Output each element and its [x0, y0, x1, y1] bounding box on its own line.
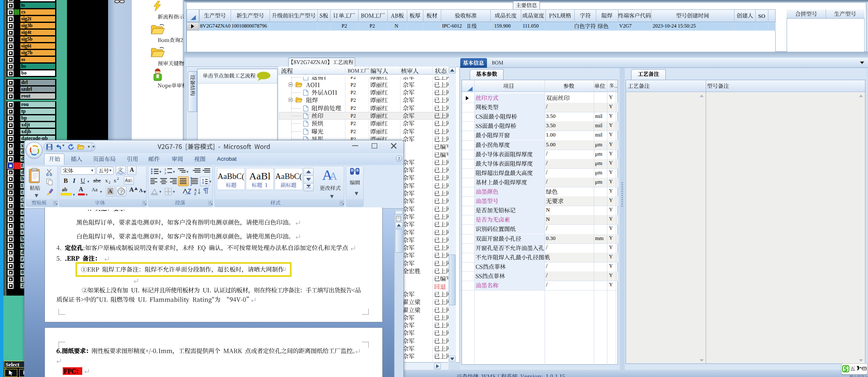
svg-text:Aa: Aa — [125, 178, 131, 183]
svg-text:A: A — [329, 170, 337, 182]
svg-text:Z: Z — [194, 192, 196, 195]
svg-text:?: ? — [398, 156, 400, 161]
svg-text:A: A — [194, 188, 197, 192]
svg-text:2: 2 — [164, 172, 166, 175]
svg-text:1: 1 — [164, 168, 166, 171]
